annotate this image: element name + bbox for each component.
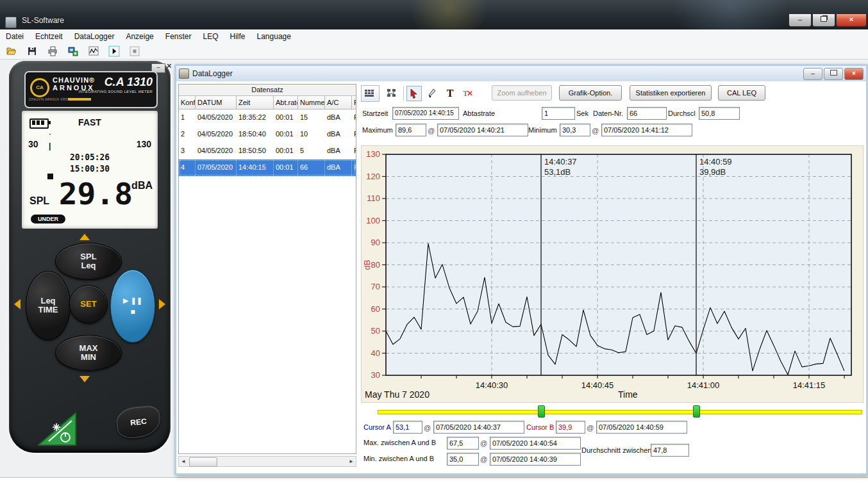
menu-item-hilfe[interactable]: Hilfe xyxy=(224,30,251,43)
scroll-left-icon[interactable]: ◄ xyxy=(179,458,187,465)
menu-item-datei[interactable]: Datei xyxy=(0,30,29,43)
table-cell: 04/05/2020 xyxy=(196,110,237,126)
main-restore-button[interactable] xyxy=(812,14,835,27)
min-ab-time-field[interactable]: 07/05/2020 14:40:39 xyxy=(490,453,581,466)
table-cell: 18:50:50 xyxy=(237,143,274,159)
menu-item-echtzeit[interactable]: Echtzeit xyxy=(29,30,69,43)
slider-track[interactable] xyxy=(378,410,862,414)
print-icon[interactable] xyxy=(45,45,60,58)
datalogger-title-bar[interactable]: DataLogger xyxy=(176,66,866,82)
table-cell: 10 xyxy=(298,126,325,143)
table-cell: 00:01 xyxy=(274,143,298,159)
text-icon[interactable]: T xyxy=(442,86,458,101)
menu-item-datalogger[interactable]: DataLogger xyxy=(69,30,121,43)
leq-time-button: LeqTIME xyxy=(26,271,71,340)
column-header-f[interactable]: F xyxy=(352,96,356,110)
menu-item-fenster[interactable]: Fenster xyxy=(160,30,197,43)
statistiken-exportieren-button[interactable]: Statistiken exportieren xyxy=(630,85,712,101)
startzeit-field[interactable]: 07/05/2020 14:40:15 xyxy=(392,107,459,120)
cursor-b-at: @ xyxy=(587,424,594,432)
maximum-time-field[interactable]: 07/05/2020 14:40:21 xyxy=(437,124,528,136)
column-header-ac[interactable]: A/C xyxy=(325,96,352,110)
app-title: SL-Software xyxy=(22,16,64,25)
brand-accent-bar xyxy=(68,98,91,101)
svg-text:14:40:30: 14:40:30 xyxy=(476,380,508,390)
maximum-at: @ xyxy=(428,127,435,134)
column-header-datum[interactable]: DATUM xyxy=(196,96,237,110)
table-row[interactable]: 204/05/202018:50:4000:0110dBAF xyxy=(179,126,356,143)
table-cell: 1 xyxy=(179,110,196,126)
column-header-abtrate[interactable]: Abt.rate xyxy=(274,96,298,110)
maximum-label: Maximum xyxy=(362,126,393,134)
daten-nr-field[interactable]: 66 xyxy=(627,107,667,120)
table-row[interactable]: 104/05/202018:35:2200:0115dBAF xyxy=(179,110,356,126)
durchschnitt-label: Durchscl xyxy=(668,110,696,117)
graph-icon[interactable] xyxy=(86,45,101,58)
cursor-a-at: @ xyxy=(424,424,431,432)
table-row[interactable]: 407/05/202014:40:1500:0166dBAF xyxy=(179,159,356,176)
max-ab-value-field[interactable]: 67,5 xyxy=(447,437,479,450)
lcd-bargraph-icon: ˙| xyxy=(49,133,51,150)
abtastrate-field[interactable]: 1 xyxy=(542,107,575,120)
open-file-icon[interactable] xyxy=(4,45,19,58)
cursor-b-value-field[interactable]: 39,9 xyxy=(556,421,585,434)
column-header-nummer[interactable]: Nummer xyxy=(298,96,325,110)
save-icon[interactable] xyxy=(24,45,40,58)
cursor-a-value-field[interactable]: 53,1 xyxy=(393,421,422,434)
list-view-icon[interactable] xyxy=(361,85,380,102)
table-row[interactable]: 304/05/202018:50:5000:015dBAF xyxy=(179,143,356,159)
chart-panel[interactable]: 3040506070809010011012013014:40:3014:40:… xyxy=(361,145,864,403)
column-header-konf[interactable]: Konf xyxy=(179,96,196,110)
main-minimize-button[interactable]: – xyxy=(789,14,812,27)
menu-item-leq[interactable]: LEQ xyxy=(197,30,224,43)
tree-view-icon[interactable] xyxy=(382,85,401,102)
cursor-b-time-field[interactable]: 07/05/2020 14:40:59 xyxy=(596,421,687,434)
main-close-button[interactable]: × xyxy=(836,14,867,27)
cursor-a-label: Cursor A xyxy=(363,423,391,431)
table-horizontal-scrollbar[interactable]: ◄ ► xyxy=(178,456,356,467)
stop-icon[interactable] xyxy=(127,45,142,58)
datalogger-close-button[interactable]: × xyxy=(844,68,864,80)
table-cell: 15 xyxy=(298,110,325,126)
cal-leq-button[interactable]: CAL LEQ xyxy=(718,85,765,101)
play-icon[interactable] xyxy=(106,45,122,58)
min-ab-label: Min. zwischen A und B xyxy=(363,455,434,462)
minimum-time-field[interactable]: 07/05/2020 14:41:12 xyxy=(601,124,692,136)
grafik-option-button[interactable]: Grafik-Option. xyxy=(559,85,622,101)
datalogger-minimize-button[interactable]: – xyxy=(803,68,822,80)
minimum-label: Minimum xyxy=(528,126,557,134)
avg-ab-value-field[interactable]: 47,8 xyxy=(651,444,689,457)
column-header-zeit[interactable]: Zeit xyxy=(237,96,274,110)
slider-handle-b[interactable] xyxy=(693,405,700,418)
device-transfer-icon[interactable] xyxy=(65,45,81,58)
menu-item-anzeige[interactable]: Anzeige xyxy=(120,30,159,43)
menu-item-language[interactable]: Language xyxy=(251,30,297,43)
device-model: C.A 1310 xyxy=(104,76,153,89)
min-ab-value-field[interactable]: 35,0 xyxy=(447,453,479,466)
minimum-field[interactable]: 30,3 xyxy=(560,124,590,136)
table-cell: 66 xyxy=(298,159,325,176)
cursor-arrow-icon[interactable] xyxy=(406,86,422,101)
cursor-a-time-field[interactable]: 07/05/2020 14:40:37 xyxy=(433,421,524,434)
maximum-field[interactable]: 89,6 xyxy=(396,124,426,136)
table-header-row: KonfDATUMZeitAbt.rateNummerA/CF xyxy=(179,96,356,110)
arrow-left-icon xyxy=(14,299,21,309)
lcd-unit: dBA xyxy=(131,180,153,191)
durchschnitt-field[interactable]: 50,8 xyxy=(699,107,740,120)
svg-text:May Thu 7 2020: May Thu 7 2020 xyxy=(365,389,430,400)
max-ab-label: Max. zwischen A und B xyxy=(363,439,436,446)
power-backlight-button xyxy=(32,408,82,449)
cursor-range-slider[interactable] xyxy=(361,405,864,418)
max-ab-time-field[interactable]: 07/05/2020 14:40:54 xyxy=(490,437,581,450)
slider-handle-a[interactable] xyxy=(538,405,545,418)
text-delete-icon[interactable]: T✕ xyxy=(460,86,476,101)
scroll-right-icon[interactable]: ► xyxy=(347,458,355,465)
table-cell: 04/05/2020 xyxy=(196,126,237,143)
svg-text:39,9dB: 39,9dB xyxy=(699,167,726,177)
pen-icon[interactable] xyxy=(424,86,440,101)
scrollbar-thumb[interactable] xyxy=(189,457,217,467)
datalogger-restore-button[interactable] xyxy=(824,68,843,80)
sound-level-chart[interactable]: 3040506070809010011012013014:40:3014:40:… xyxy=(362,146,863,402)
device-close-icon[interactable]: × xyxy=(167,61,172,70)
zoom-aufheben-button[interactable]: Zoom aufheben xyxy=(492,85,552,101)
